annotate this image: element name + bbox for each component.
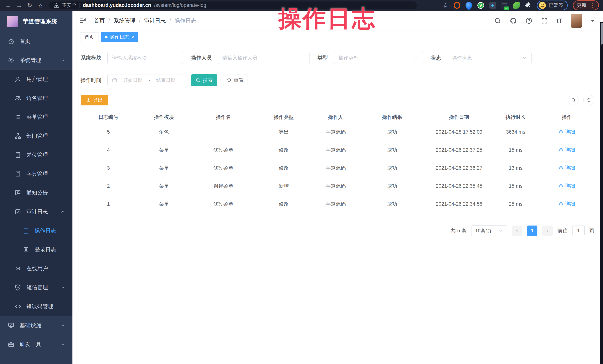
eye-icon	[559, 165, 563, 170]
breadcrumb-audit[interactable]: 审计日志	[144, 17, 166, 24]
sidebar-item-operate-log[interactable]: 操作日志	[0, 221, 72, 240]
next-page-button[interactable]	[542, 226, 553, 236]
user-avatar[interactable]	[571, 14, 582, 28]
detail-link[interactable]: 详细	[559, 182, 575, 189]
date-range-picker[interactable]: 开始日期 - 结束日期	[107, 74, 183, 86]
eye-icon	[559, 147, 563, 152]
url-path: /system/log/operate-log	[154, 2, 206, 8]
operator-input-field[interactable]	[222, 55, 305, 61]
detail-link[interactable]: 详细	[559, 165, 575, 171]
url-domain: dashboard.yudao.iocoder.cn	[83, 2, 151, 8]
module-input-field[interactable]	[112, 55, 178, 61]
export-button[interactable]: 导出	[81, 95, 108, 105]
status-select[interactable]: 操作状态	[447, 52, 532, 64]
current-page-button[interactable]: 1	[527, 226, 537, 236]
module-input[interactable]	[107, 52, 183, 64]
avatar-caret-down-icon[interactable]	[591, 20, 595, 24]
sidebar-item-post-mgmt[interactable]: 岗位管理	[0, 145, 72, 165]
browser-refresh-button[interactable]: ↻	[26, 1, 34, 10]
extension-icon-tampermonkey[interactable]: on	[501, 2, 508, 9]
extension-icon-diamond[interactable]: ◆	[489, 2, 496, 9]
search-button[interactable]: 搜索	[191, 74, 217, 86]
scrollbar-thumb[interactable]	[601, 23, 603, 44]
breadcrumb-home[interactable]: 首页	[94, 17, 105, 24]
dashboard-icon	[8, 38, 14, 45]
reset-button[interactable]: 重置	[223, 74, 247, 86]
page-scrollbar[interactable]	[600, 22, 603, 364]
sidebar-logo[interactable]: 芋道管理系统	[0, 11, 72, 32]
sidebar-item-audit-log[interactable]: 审计日志	[0, 202, 72, 221]
sidebar: 芋道管理系统 首页 系统管理 用户管理 角色管理 菜单管理 部门管理	[0, 11, 72, 364]
annotation-overlay-text: 操作日志	[278, 3, 376, 34]
extension-icon-pin[interactable]	[464, 0, 474, 10]
fullscreen-icon[interactable]	[541, 17, 548, 24]
sidebar-item-user-mgmt[interactable]: 用户管理	[0, 70, 72, 89]
refresh-icon	[227, 78, 232, 83]
extension-icon-leaf[interactable]	[513, 2, 520, 9]
sidebar-item-system-mgmt[interactable]: 系统管理	[0, 51, 72, 70]
browser-back-button[interactable]: ←	[4, 1, 12, 10]
sidebar-item-notice[interactable]: 通知公告	[0, 183, 72, 202]
tag-home[interactable]: 首页	[80, 32, 98, 42]
page-size-select[interactable]: 10条/页	[471, 225, 507, 236]
detail-link[interactable]: 详细	[559, 200, 575, 207]
operator-input[interactable]	[218, 52, 310, 64]
profile-emoji-avatar	[539, 2, 546, 9]
extension-icon-orange[interactable]	[454, 2, 460, 9]
chevron-down-icon	[498, 228, 503, 233]
help-icon[interactable]	[525, 17, 533, 24]
type-label: 类型	[317, 54, 328, 61]
search-icon	[196, 78, 200, 83]
browser-home-button[interactable]: ⌂	[36, 1, 45, 10]
table-row: 4 菜单 修改菜单 修改 芋道源码 成功 2021-04-26 22:37:25…	[81, 141, 595, 159]
bookmark-star-icon[interactable]: ☆	[443, 2, 448, 9]
sidebar-item-dev-tools[interactable]: 研发工具	[0, 335, 72, 354]
time-label: 操作时间	[81, 77, 101, 84]
update-label: 更新	[577, 2, 586, 9]
toggle-search-button[interactable]	[568, 95, 579, 105]
browser-menu-kebab-icon[interactable]: ⋮	[590, 2, 595, 9]
active-tag-dot	[105, 36, 108, 38]
sidebar-item-menu-mgmt[interactable]: 菜单管理	[0, 108, 72, 127]
logo-image	[7, 16, 18, 27]
toolbox-icon	[8, 341, 14, 348]
sidebar-item-infrastructure[interactable]: 基础设施	[0, 316, 72, 335]
chevron-down-icon	[414, 55, 418, 60]
online-users-icon	[14, 265, 21, 272]
sidebar-item-dept-mgmt[interactable]: 部门管理	[0, 127, 72, 145]
chevron-down-icon	[60, 323, 65, 328]
sidebar-item-home[interactable]: 首页	[0, 32, 72, 51]
end-date-placeholder[interactable]: 结束日期	[153, 77, 178, 84]
github-icon[interactable]	[510, 17, 517, 24]
sidebar-item-login-log[interactable]: 登录日志	[0, 240, 72, 259]
goto-page-input[interactable]: 1	[572, 226, 585, 236]
tag-close-icon[interactable]: ×	[131, 35, 134, 40]
paused-label: 已暂停	[549, 2, 563, 9]
detail-link[interactable]: 详细	[559, 146, 575, 153]
url-divider	[80, 3, 80, 8]
refresh-table-button[interactable]	[583, 95, 594, 105]
sidebar-item-online-users[interactable]: 在线用户	[0, 259, 72, 278]
browser-forward-button[interactable]: →	[15, 1, 23, 10]
search-icon[interactable]	[494, 17, 501, 24]
prev-page-button[interactable]	[512, 226, 522, 236]
sidebar-item-role-mgmt[interactable]: 角色管理	[0, 89, 72, 108]
type-select[interactable]: 操作类型	[334, 52, 423, 64]
monitor-icon	[8, 322, 14, 329]
tag-operate-log-active[interactable]: 操作日志 ×	[101, 32, 139, 42]
sidebar-item-error-code[interactable]: 错误码管理	[0, 297, 72, 316]
extensions-puzzle-icon[interactable]	[525, 2, 532, 9]
font-size-icon[interactable]: tT	[557, 17, 562, 24]
chevron-down-icon	[60, 285, 65, 290]
sidebar-item-sms-mgmt[interactable]: 短信管理	[0, 278, 72, 297]
extension-icon-v[interactable]: V	[477, 2, 484, 9]
start-date-placeholder[interactable]: 开始日期	[120, 77, 146, 84]
sidebar-item-dict-mgmt[interactable]: 字典管理	[0, 165, 72, 183]
eye-icon	[559, 183, 563, 188]
detail-link[interactable]: 详细	[559, 128, 575, 135]
browser-update-button[interactable]: 更新 ⋮	[573, 0, 599, 10]
profile-paused-pill[interactable]: 已暂停	[537, 0, 568, 10]
extension-on-badge: on	[504, 7, 509, 10]
sidebar-toggle-icon[interactable]	[79, 17, 87, 25]
breadcrumb-system[interactable]: 系统管理	[114, 17, 135, 24]
